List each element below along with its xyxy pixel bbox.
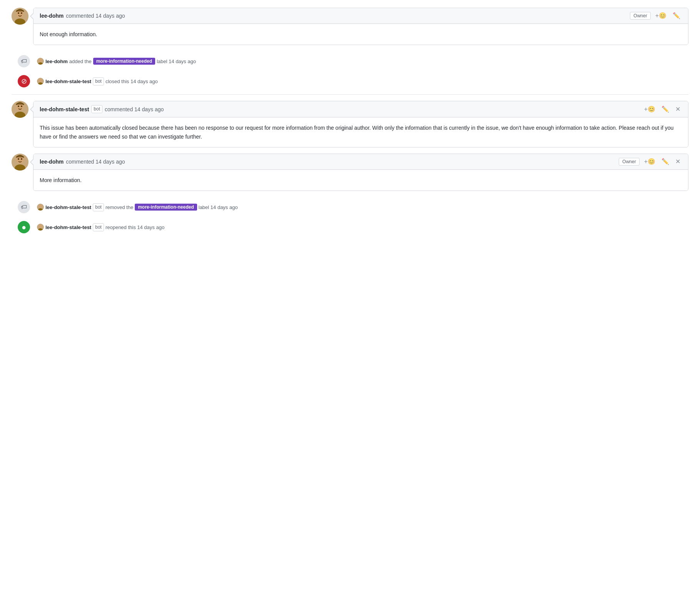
label-icon-col-1: 🏷	[15, 55, 32, 67]
label-remove-icon-col: 🏷	[15, 201, 32, 213]
label-remove-suffix: label 14 days ago	[199, 204, 238, 210]
close-event-action: closed this 14 days ago	[106, 79, 158, 84]
close-icon: ⊘	[18, 75, 30, 87]
comment-header-3: lee-dohm commented 14 days ago Owner +😊 …	[33, 154, 688, 170]
label-badge-remove: more-information-needed	[135, 204, 197, 211]
reopen-actor: lee-dohm-stale-test	[45, 224, 91, 230]
owner-badge-1: Owner	[630, 12, 650, 20]
label-badge-1: more-information-needed	[93, 58, 155, 65]
comment-body-2: This issue has been automatically closed…	[33, 117, 688, 147]
svg-point-6	[39, 59, 42, 62]
svg-point-14	[18, 105, 19, 107]
comment-meta-2: commented 14 days ago	[105, 106, 164, 112]
label-remove-actor: lee-dohm-stale-test	[45, 204, 91, 210]
comment-box-2: lee-dohm-stale-test bot commented 14 day…	[33, 101, 688, 147]
edit-button-1[interactable]: ✏️	[671, 12, 682, 20]
comment-block-2: lee-dohm-stale-test bot commented 14 day…	[12, 101, 688, 147]
mini-avatar-label-remove	[37, 204, 44, 211]
comment-arrow-2	[30, 106, 33, 112]
comment-arrow-3	[30, 159, 33, 165]
svg-point-22	[39, 205, 42, 208]
comment-header-2: lee-dohm-stale-test bot commented 14 day…	[33, 101, 688, 117]
react-button-3[interactable]: +😊	[643, 158, 657, 166]
bot-badge-remove: bot	[93, 203, 104, 211]
svg-point-25	[39, 225, 42, 228]
svg-point-20	[21, 158, 22, 160]
svg-point-3	[18, 12, 19, 14]
edit-button-3[interactable]: ✏️	[660, 158, 671, 166]
comment-box-3: lee-dohm commented 14 days ago Owner +😊 …	[33, 154, 688, 191]
comment-wrapper-3: lee-dohm commented 14 days ago Owner +😊 …	[33, 154, 688, 191]
bot-badge-comment2: bot	[91, 105, 102, 113]
edit-button-2[interactable]: ✏️	[660, 105, 671, 113]
comment-block-3: lee-dohm commented 14 days ago Owner +😊 …	[12, 154, 688, 191]
comment-header-right-2: +😊 ✏️ ✕	[643, 105, 682, 113]
label-remove-action: removed the	[106, 204, 133, 210]
reopen-icon-col: ●	[15, 221, 32, 233]
bot-badge-reopen: bot	[93, 223, 104, 231]
reopen-icon: ●	[18, 221, 30, 233]
svg-point-4	[21, 12, 22, 14]
timeline: lee-dohm commented 14 days ago Owner +😊 …	[12, 8, 688, 237]
comment-header-left-2: lee-dohm-stale-test bot commented 14 day…	[40, 105, 164, 113]
label-remove-icon: 🏷	[18, 201, 30, 213]
avatar-2	[12, 101, 28, 118]
label-event-text-1: lee-dohm added the more-information-need…	[37, 58, 196, 65]
comment-header-left-3: lee-dohm commented 14 days ago	[40, 159, 125, 165]
section-divider	[12, 94, 688, 95]
close-icon-col: ⊘	[15, 75, 32, 87]
comment-header-left-1: lee-dohm commented 14 days ago	[40, 13, 125, 19]
reopen-event-text: lee-dohm-stale-test bot reopened this 14…	[37, 223, 164, 231]
reopen-event: ● lee-dohm-stale-test bot reopened this …	[15, 217, 688, 237]
mini-avatar-close	[37, 78, 44, 85]
comment-body-3: More information.	[33, 170, 688, 191]
label-event-1: 🏷 lee-dohm added the more-information-ne…	[15, 51, 688, 71]
mini-avatar-reopen	[37, 224, 44, 231]
comment-author-2: lee-dohm-stale-test	[40, 106, 89, 112]
label-event-actor-1: lee-dohm	[45, 59, 68, 64]
close-event-text: lee-dohm-stale-test bot closed this 14 d…	[37, 77, 158, 85]
label-remove-event-text: lee-dohm-stale-test bot removed the more…	[37, 203, 238, 211]
react-button-2[interactable]: +😊	[643, 105, 657, 113]
close-button-2[interactable]: ✕	[674, 105, 682, 113]
label-event-action-1: added the	[69, 59, 92, 64]
comment-wrapper: lee-dohm commented 14 days ago Owner +😊 …	[33, 8, 688, 45]
comment-header-right-3: Owner +😊 ✏️ ✕	[619, 158, 682, 166]
comment-arrow	[30, 13, 33, 19]
label-remove-event: 🏷 lee-dohm-stale-test bot removed the mo…	[15, 197, 688, 217]
svg-point-15	[21, 105, 22, 107]
react-button-1[interactable]: +😊	[654, 12, 668, 20]
comment-author-3: lee-dohm	[40, 159, 64, 165]
comment-header-right-1: Owner +😊 ✏️	[630, 12, 682, 20]
close-event: ⊘ lee-dohm-stale-test bot closed this 14…	[15, 71, 688, 91]
comment-wrapper-2: lee-dohm-stale-test bot commented 14 day…	[33, 101, 688, 147]
label-icon-1: 🏷	[18, 55, 30, 67]
close-button-3[interactable]: ✕	[674, 158, 682, 166]
reopen-action: reopened this 14 days ago	[106, 224, 164, 230]
owner-badge-3: Owner	[619, 158, 639, 166]
svg-point-9	[39, 79, 42, 82]
mini-avatar-label1	[37, 58, 44, 65]
label-event-suffix-1: label 14 days ago	[157, 59, 196, 64]
bot-badge-close: bot	[93, 77, 104, 85]
avatar-3	[12, 154, 28, 171]
avatar	[12, 8, 28, 25]
comment-meta-1: commented 14 days ago	[66, 13, 125, 19]
svg-point-19	[18, 158, 19, 160]
comment-block: lee-dohm commented 14 days ago Owner +😊 …	[12, 8, 688, 45]
comment-header-1: lee-dohm commented 14 days ago Owner +😊 …	[33, 8, 688, 24]
comment-meta-3: commented 14 days ago	[66, 159, 125, 165]
close-event-actor: lee-dohm-stale-test	[45, 79, 91, 84]
comment-author-1: lee-dohm	[40, 13, 64, 19]
comment-body-1: Not enough information.	[33, 24, 688, 45]
comment-box-1: lee-dohm commented 14 days ago Owner +😊 …	[33, 8, 688, 45]
